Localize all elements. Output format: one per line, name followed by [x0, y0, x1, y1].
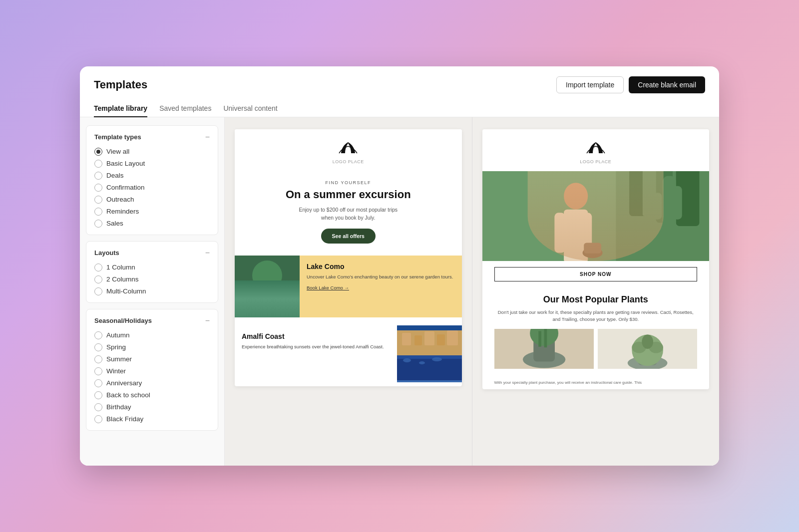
seasonal-collapse-icon[interactable]: −	[205, 316, 210, 325]
travel-email-header: LOGO PLACE	[235, 129, 462, 172]
travel-lake-como-link[interactable]: Book Lake Como →	[307, 285, 455, 290]
option-1-column[interactable]: 1 Column	[94, 264, 210, 271]
header: Templates Import template Create blank e…	[80, 66, 719, 93]
template-travel-column: LOGO PLACE FIND YOURSELF On a summer exc…	[225, 117, 472, 466]
travel-amalfi-content: Amalfi Coast Experience breathtaking sun…	[235, 325, 397, 382]
plant-image-2	[598, 329, 697, 369]
plants-hero-image	[482, 171, 710, 261]
svg-rect-4	[257, 288, 277, 290]
svg-point-46	[642, 335, 653, 349]
travel-logo-text: LOGO PLACE	[247, 159, 450, 164]
option-reminders[interactable]: Reminders	[94, 208, 210, 216]
travel-find-yourself: FIND YOURSELF	[247, 180, 450, 185]
radio-reminders	[94, 208, 102, 216]
template-travel-card[interactable]: LOGO PLACE FIND YOURSELF On a summer exc…	[235, 129, 462, 387]
svg-point-11	[419, 361, 425, 364]
travel-lake-como-title: Lake Como	[307, 263, 455, 270]
tab-saved-templates[interactable]: Saved templates	[159, 100, 211, 117]
option-winter[interactable]: Winter	[94, 367, 210, 375]
svg-rect-18	[447, 330, 458, 345]
radio-black-friday	[94, 415, 102, 423]
svg-rect-24	[642, 171, 656, 216]
tabs-row: Template library Saved templates Univers…	[80, 93, 719, 117]
svg-rect-30	[554, 213, 565, 253]
travel-amalfi-card: Amalfi Coast Experience breathtaking sun…	[235, 321, 462, 386]
svg-rect-38	[538, 331, 541, 346]
option-basic-layout[interactable]: Basic Layout	[94, 160, 210, 168]
radio-sales	[94, 220, 102, 228]
plants-popular-desc: Don't just take our work for it, these s…	[494, 309, 698, 323]
app-window: Templates Import template Create blank e…	[80, 66, 719, 466]
option-view-all[interactable]: View all	[94, 148, 210, 156]
svg-rect-16	[424, 331, 434, 345]
layouts-header: Layouts −	[94, 249, 210, 258]
radio-spring	[94, 343, 102, 351]
svg-rect-6	[275, 290, 279, 296]
radio-confirmation	[94, 184, 102, 192]
svg-point-5	[247, 293, 287, 308]
header-actions: Import template Create blank email	[556, 76, 705, 93]
option-summer[interactable]: Summer	[94, 355, 210, 363]
option-autumn[interactable]: Autumn	[94, 331, 210, 339]
radio-anniversary	[94, 379, 102, 387]
seasonal-section: Seasonal/Holidays − Autumn Spring Summer	[86, 309, 218, 431]
option-spring[interactable]: Spring	[94, 343, 210, 351]
tab-universal-content[interactable]: Universal content	[223, 100, 277, 117]
option-2-columns[interactable]: 2 Columns	[94, 275, 210, 283]
travel-lake-como-image	[235, 256, 300, 317]
radio-2-columns	[94, 275, 102, 283]
plants-popular-title: Our Most Popular Plants	[494, 294, 698, 305]
template-plants-column: LOGO PLACE	[472, 117, 720, 466]
travel-amalfi-row: Amalfi Coast Experience breathtaking sun…	[235, 325, 462, 382]
main-content: Template types − View all Basic Layout D…	[80, 117, 719, 466]
svg-rect-29	[564, 209, 588, 261]
option-birthday[interactable]: Birthday	[94, 403, 210, 411]
radio-basic-layout	[94, 160, 102, 168]
content-area: LOGO PLACE FIND YOURSELF On a summer exc…	[225, 117, 719, 466]
svg-point-12	[432, 357, 442, 361]
travel-cta-button[interactable]: See all offers	[321, 229, 376, 244]
template-plants-card[interactable]: LOGO PLACE	[482, 129, 710, 390]
create-blank-email-button[interactable]: Create blank email	[629, 76, 705, 93]
radio-birthday	[94, 403, 102, 411]
option-back-to-school[interactable]: Back to school	[94, 391, 210, 399]
svg-rect-33	[584, 243, 601, 253]
template-types-collapse-icon[interactable]: −	[205, 133, 210, 142]
svg-rect-27	[672, 186, 682, 219]
travel-logo-icon	[337, 139, 359, 157]
import-template-button[interactable]: Import template	[556, 76, 624, 93]
plants-shop-now-button[interactable]: SHOP NOW	[494, 267, 698, 281]
option-sales[interactable]: Sales	[94, 220, 210, 228]
travel-lake-como-card: Lake Como Uncover Lake Como's enchanting…	[235, 252, 462, 321]
option-multi-column[interactable]: Multi-Column	[94, 287, 210, 295]
tab-template-library[interactable]: Template library	[94, 100, 147, 117]
travel-amalfi-desc: Experience breathtaking sunsets over the…	[242, 343, 390, 350]
template-types-header: Template types −	[94, 133, 210, 142]
radio-summer	[94, 355, 102, 363]
layouts-options: 1 Column 2 Columns Multi-Column	[94, 264, 210, 295]
svg-rect-14	[402, 333, 411, 345]
option-outreach[interactable]: Outreach	[94, 196, 210, 204]
travel-lake-como-content: Lake Como Uncover Lake Como's enchanting…	[300, 256, 462, 317]
svg-rect-31	[581, 213, 591, 253]
plants-popular-section: Our Most Popular Plants Don't just take …	[482, 287, 710, 376]
template-types-section: Template types − View all Basic Layout D…	[86, 125, 218, 235]
travel-lake-como-row: Lake Como Uncover Lake Como's enchanting…	[235, 256, 462, 317]
seasonal-header: Seasonal/Holidays −	[94, 316, 210, 325]
travel-email-hero: FIND YOURSELF On a summer excursion Enjo…	[235, 172, 462, 252]
option-confirmation[interactable]: Confirmation	[94, 184, 210, 192]
page-title: Templates	[94, 78, 147, 91]
option-anniversary[interactable]: Anniversary	[94, 379, 210, 387]
plants-email-header: LOGO PLACE	[482, 129, 710, 171]
template-types-options: View all Basic Layout Deals Confirmation	[94, 148, 210, 228]
travel-hero-subtitle: Enjoy up to $200 off our most popular tr…	[298, 206, 398, 222]
plants-logo-icon	[585, 139, 607, 157]
layouts-collapse-icon[interactable]: −	[205, 249, 210, 258]
option-black-friday[interactable]: Black Friday	[94, 415, 210, 423]
radio-view-all	[94, 148, 102, 156]
option-deals[interactable]: Deals	[94, 172, 210, 180]
travel-hero-title: On a summer excursion	[247, 188, 450, 201]
svg-rect-39	[544, 329, 547, 347]
layouts-section: Layouts − 1 Column 2 Columns Multi-Colum…	[86, 241, 218, 303]
seasonal-title: Seasonal/Holidays	[94, 317, 152, 324]
